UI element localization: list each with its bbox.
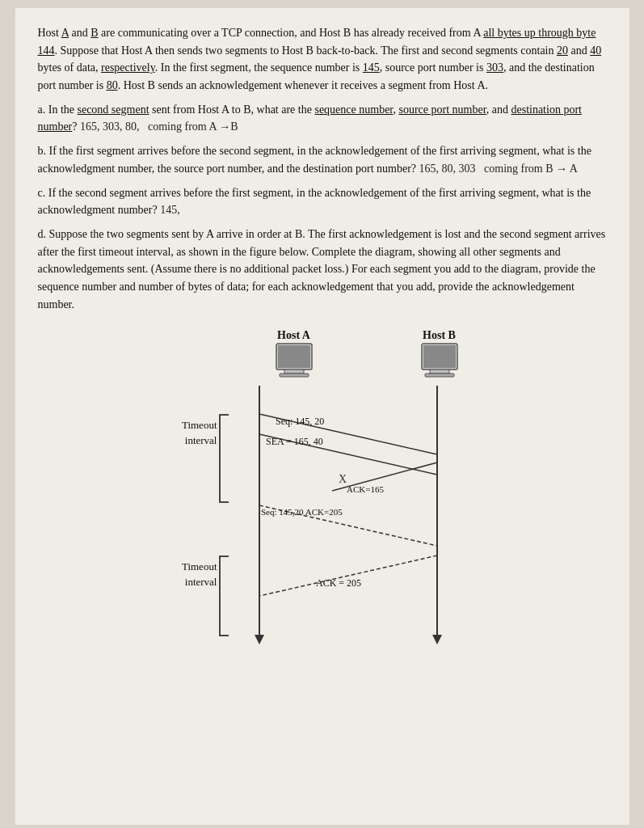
svg-marker-11 (432, 635, 442, 644)
timeout1-label: Timeoutinterval (141, 418, 217, 447)
svg-rect-6 (430, 370, 449, 374)
timeout2-label: Timeoutinterval (141, 560, 217, 589)
svg-rect-5 (423, 345, 456, 368)
answer-c: 145, (160, 204, 180, 216)
host-b-label: Host B (415, 329, 464, 386)
svg-rect-7 (425, 374, 454, 377)
diagram-svg: Seq: 145, 20 SEA = 165, 40 X ACK=165 Seq… (227, 386, 502, 653)
svg-text:Seq: 145,20  ACK=205: Seq: 145,20 ACK=205 (261, 507, 343, 517)
svg-marker-9 (255, 635, 264, 644)
svg-rect-1 (278, 345, 310, 368)
svg-text:SEA = 165, 40: SEA = 165, 40 (266, 436, 323, 447)
question-d-text: d. Suppose the two segments sent by A ar… (38, 228, 606, 310)
question-d: d. Suppose the two segments sent by A ar… (38, 226, 607, 313)
question-b: b. If the first segment arrives before t… (38, 142, 607, 177)
question-c-text: c. If the second segment arrives before … (38, 187, 591, 217)
svg-text:ACK = 205: ACK = 205 (316, 577, 361, 589)
answer-b: 165, 80, 303 coming from B → A (419, 163, 578, 175)
host-b-icon (415, 342, 464, 382)
diagram-area: Host A Host B (38, 329, 607, 653)
intro-paragraph: Host A and B are communicating over a TC… (38, 27, 602, 91)
answer-a: 1­65, 3­03, 80, coming from A →B (80, 120, 238, 133)
svg-text:X: X (339, 473, 347, 485)
svg-rect-3 (280, 374, 309, 377)
page: Host A and B are communicating over a TC… (15, 8, 629, 825)
question-c: c. If the second segment arrives before … (38, 184, 607, 219)
question-a: a. In the second segment sent from Host … (38, 101, 607, 136)
svg-line-21 (259, 556, 437, 596)
host-a-icon (270, 342, 318, 382)
host-a-label: Host A (270, 329, 318, 386)
svg-text:Seq: 145, 20: Seq: 145, 20 (276, 416, 324, 427)
intro-text: Host A and B are communicating over a TC… (38, 24, 607, 95)
svg-text:ACK=165: ACK=165 (347, 484, 384, 494)
svg-rect-2 (284, 370, 304, 374)
